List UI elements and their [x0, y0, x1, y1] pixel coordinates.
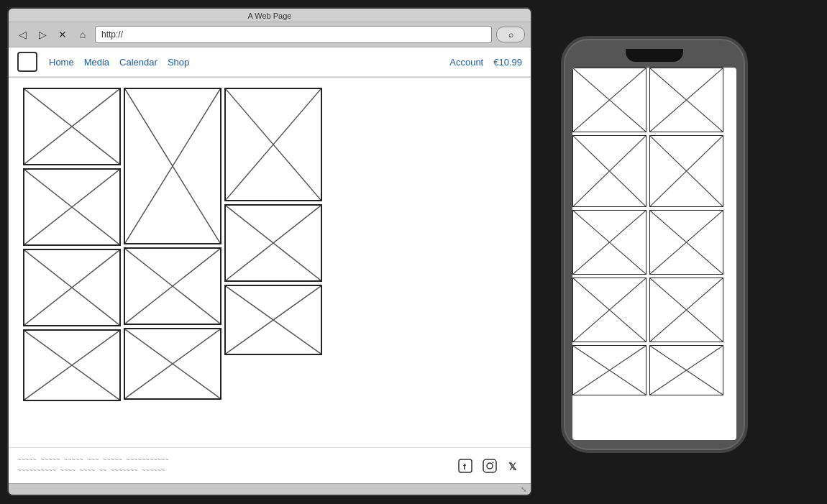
grid-image-7 [124, 247, 221, 325]
nav-link-account[interactable]: Account [449, 57, 483, 68]
phone-screen [572, 68, 736, 440]
svg-text:𝕏: 𝕏 [508, 461, 517, 472]
nav-link-media[interactable]: Media [84, 57, 109, 68]
twitter-icon[interactable]: 𝕏 [506, 458, 522, 474]
phone-notch [626, 49, 683, 62]
nav-link-calendar[interactable]: Calendar [119, 57, 157, 68]
search-icon: ⌕ [508, 29, 513, 40]
footer-text-line1: ~~~~~ ~~~~~ ~~~~~ ~~~ ~~~~~ ~~~~~~~~~~~ [17, 455, 169, 465]
grid-image-6 [23, 249, 121, 326]
grid-image-9 [23, 329, 121, 401]
phone-grid-image-6 [649, 210, 723, 275]
browser-footer: ~~~~~ ~~~~~ ~~~~~ ~~~ ~~~~~ ~~~~~~~~~~~ … [9, 447, 531, 483]
nav-link-price[interactable]: €10.99 [493, 57, 522, 68]
grid-image-4 [23, 168, 121, 246]
phone-grid-image-10 [649, 345, 723, 395]
browser-title: A Web Page [248, 12, 292, 20]
browser-content: Home Media Calendar Shop Account €10.99 [9, 47, 531, 483]
image-grid [23, 88, 332, 361]
phone-grid-image-3 [572, 135, 646, 207]
browser-mockup: A Web Page ◁ ▷ ✕ ⌂ ⌕ Home Media Calendar [7, 7, 532, 496]
browser-bottom-bar: ⤡ [9, 483, 531, 495]
back-icon: ◁ [19, 29, 27, 40]
forward-icon: ▷ [39, 29, 47, 40]
grid-image-1 [23, 88, 121, 165]
phone-grid-image-1 [572, 68, 646, 132]
nav-links: Home Media Calendar Shop [49, 57, 438, 68]
footer-text: ~~~~~ ~~~~~ ~~~~~ ~~~ ~~~~~ ~~~~~~~~~~~ … [17, 455, 169, 476]
browser-toolbar: ◁ ▷ ✕ ⌂ ⌕ [9, 22, 531, 47]
svg-point-23 [487, 463, 493, 469]
home-button[interactable]: ⌂ [75, 27, 91, 42]
forward-button[interactable]: ▷ [35, 27, 50, 42]
footer-social: f 𝕏 [457, 458, 522, 474]
search-button[interactable]: ⌕ [496, 27, 525, 42]
svg-rect-22 [483, 459, 496, 472]
svg-point-24 [493, 462, 494, 463]
image-grid-area [9, 78, 531, 447]
footer-text-line2: ~~~~~~~~~~ ~~~~ ~~~~ ~~ ~~~~~~~ ~~~~~~ [17, 466, 169, 476]
phone-grid-image-9 [572, 345, 646, 395]
svg-text:f: f [463, 462, 466, 471]
grid-image-8 [224, 285, 322, 355]
phone-grid-image-5 [572, 210, 646, 275]
close-button[interactable]: ✕ [55, 27, 70, 42]
home-icon: ⌂ [80, 29, 86, 40]
nav-logo [17, 52, 37, 72]
phone-image-grid [572, 68, 736, 440]
grid-image-5 [224, 204, 322, 282]
browser-title-bar: A Web Page [9, 9, 531, 22]
resize-handle: ⤡ [521, 485, 526, 493]
phone-grid-image-7 [572, 278, 646, 342]
grid-image-2 [124, 88, 221, 244]
grid-image-10 [124, 328, 221, 400]
url-input[interactable] [95, 26, 492, 43]
phone-grid-image-8 [649, 278, 723, 342]
phone-grid-image-4 [649, 135, 723, 207]
nav-link-home[interactable]: Home [49, 57, 74, 68]
grid-image-3 [224, 88, 322, 201]
nav-right: Account €10.99 [449, 57, 522, 68]
phone-grid-image-2 [649, 68, 723, 132]
close-icon: ✕ [58, 29, 67, 40]
facebook-icon[interactable]: f [457, 458, 473, 474]
nav-bar: Home Media Calendar Shop Account €10.99 [9, 47, 531, 77]
instagram-icon[interactable] [482, 458, 498, 474]
back-button[interactable]: ◁ [14, 27, 30, 42]
nav-link-shop[interactable]: Shop [168, 57, 189, 68]
phone-mockup [561, 36, 748, 453]
